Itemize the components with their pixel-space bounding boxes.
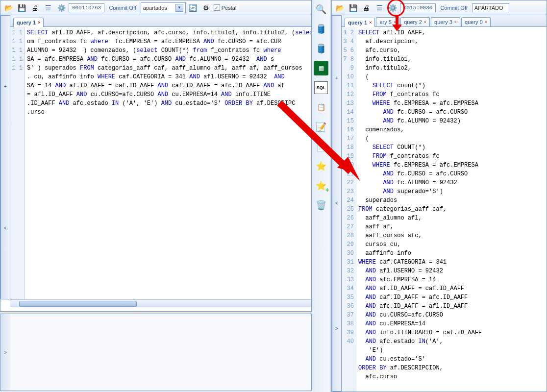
tab-label: query 1	[17, 20, 36, 25]
code-line: afc.curso	[358, 372, 546, 381]
right-editor[interactable]: 1 2 3 4 5 6 7 8 9 10 11 12 13 14 15 16 1…	[342, 27, 547, 392]
code-line: superados	[358, 196, 546, 205]
open-folder-icon[interactable]: 📂	[334, 2, 346, 14]
star-add-icon[interactable]: ⭐+	[314, 178, 328, 193]
dropdown-value: apartados	[143, 5, 167, 11]
left-output-panel: >	[0, 314, 312, 391]
plus-icon[interactable]: +	[1, 83, 9, 91]
code-line: AND superado='S')	[358, 187, 546, 196]
tab-label: query 3	[434, 19, 452, 25]
left-code-area[interactable]: SELECT afl.ID_AAFF, af.descripcion, afc.…	[26, 27, 311, 299]
open-folder-icon[interactable]: 📂	[2, 2, 14, 14]
code-line: aaff_cursos afc,	[358, 231, 546, 240]
tab-label: query 1	[348, 20, 367, 25]
code-line: WHERE caf.CATEGORIA = 341	[358, 258, 546, 267]
code-line: om f_contratos fc where fc.EMPRESA = afc…	[27, 37, 310, 46]
code-line: = afl.ID_AAFF AND cu.CURSO=afc.CURSO AND…	[27, 90, 310, 99]
left-sidebar-gutter: + <	[0, 15, 10, 299]
checkbox-icon[interactable]: ✓	[214, 4, 220, 11]
code-line: S' ) superados FROM categorias_aaff caf,…	[27, 64, 310, 73]
schema-dropdown[interactable]: apartados ▼	[141, 2, 186, 13]
save-icon[interactable]: 💾	[347, 2, 359, 14]
cursor-position: 0015:0030	[400, 3, 436, 12]
code-line: . cu, aaffinfo info WHERE caf.CATEGORIA …	[27, 73, 310, 81]
tab-ery-5[interactable]: ery 5×	[376, 17, 399, 26]
code-line: aaff_alumno afl,	[358, 214, 546, 222]
edit-doc-icon[interactable]: 📄	[314, 139, 328, 154]
left-gutter: 1 1 1 1 1 1 1 1 1 1	[10, 27, 25, 299]
code-line: ALUMNO = 92432 ) comenzados, (select COU…	[27, 46, 310, 55]
code-line: AND fc.CURSO = afc.CURSO	[358, 108, 546, 117]
plus-icon[interactable]: +	[333, 74, 341, 82]
note-icon[interactable]: 📝	[314, 120, 328, 134]
left-editor[interactable]: 1 1 1 1 1 1 1 1 1 1 SELECT afl.ID_AAFF, …	[10, 27, 311, 299]
refresh-icon[interactable]: 🔄	[187, 2, 199, 14]
format-sql-icon[interactable]: ☰	[373, 2, 385, 14]
tab-label: ery 5	[379, 19, 391, 25]
code-line: AND fc.ALUMNO = 92432	[358, 178, 546, 187]
close-icon[interactable]: ×	[38, 20, 40, 25]
expand-icon[interactable]: >	[333, 324, 341, 332]
db-down-icon[interactable]: 🛢️	[314, 41, 328, 56]
close-icon[interactable]: ×	[394, 20, 396, 24]
code-line: comenzados,	[358, 125, 546, 134]
schema-dropdown[interactable]: APARTADO	[472, 3, 509, 12]
code-line: AND afc.ID_AAFF = afl.ID_AAFF	[358, 302, 546, 311]
format-icon[interactable]: ☰	[42, 2, 54, 14]
commit-toggle[interactable]: Commit Off	[437, 4, 470, 12]
settings-icon[interactable]: ⚙	[200, 2, 212, 14]
print-icon[interactable]: 🖨	[29, 2, 41, 14]
commit-toggle[interactable]: Commit Off	[106, 4, 139, 12]
code-line: AND info.ITINERARIO = caf.ID_AAFF	[358, 328, 546, 337]
right-code-area[interactable]: SELECT afl.ID_AAFF, af.descripcion, afc.…	[357, 27, 547, 392]
code-line: SA = 14 AND af.ID_AAFF = caf.ID_AAFF AND…	[27, 81, 310, 90]
db-up-icon[interactable]: 🛢️	[314, 22, 328, 36]
save-icon[interactable]: 💾	[16, 2, 27, 14]
close-icon[interactable]: ×	[424, 20, 426, 24]
sql-icon[interactable]: SQL	[314, 80, 328, 95]
expand-icon[interactable]: >	[1, 348, 9, 356]
star-icon[interactable]: ⭐	[314, 159, 328, 173]
tab-label: query 2	[404, 19, 422, 25]
close-icon[interactable]: ×	[485, 20, 487, 24]
form-icon[interactable]: 📋	[314, 100, 328, 115]
print-icon[interactable]: 🖨	[360, 2, 372, 14]
code-line: AND af.ID_AAFF = caf.ID_AAFF	[358, 284, 546, 293]
code-line: SELECT COUNT(*)	[358, 143, 546, 152]
tab-query-3[interactable]: query 3×	[431, 17, 460, 26]
right-sidebar-gutter: + < >	[332, 15, 342, 392]
code-line: aaff af,	[358, 222, 546, 231]
tab-query-1[interactable]: query 1×	[345, 18, 375, 27]
tab-query-0[interactable]: query 0×	[461, 17, 491, 26]
close-icon[interactable]: ×	[454, 20, 457, 24]
gear-icon[interactable]: ⚙️	[55, 2, 67, 14]
tabs-checkbox-wrap[interactable]: ✓ Pestal	[214, 4, 237, 11]
collapse-icon[interactable]: <	[1, 224, 9, 232]
code-line: af.descripcion,	[358, 37, 546, 46]
tab-query-2[interactable]: query 2×	[400, 17, 430, 26]
trash-icon[interactable]: 🗑️	[314, 198, 328, 213]
code-line: AND fc.CURSO = afc.CURSO	[358, 170, 546, 178]
code-line: .urso	[27, 108, 310, 117]
chevron-down-icon[interactable]: ▼	[175, 4, 183, 12]
close-icon[interactable]: ×	[369, 20, 372, 25]
code-line: AND afc.EMPRESA = 14	[358, 275, 546, 284]
hscroll-thumb[interactable]	[19, 301, 137, 307]
code-line: FROM f_contratos fc	[358, 152, 546, 161]
code-line: afc.curso,	[358, 46, 546, 55]
grid-icon[interactable]: ▦	[314, 61, 328, 75]
code-line: FROM categorias_aaff caf,	[358, 205, 546, 214]
middle-tool-strip: 🔍 🛢️ 🛢️ ▦ SQL 📋 📝 📄 ⭐ ⭐+ 🗑️	[312, 0, 330, 392]
collapse-icon[interactable]: <	[333, 199, 341, 207]
code-line: 'E')	[358, 346, 546, 355]
right-pane: 📂 💾 🖨 ☰ ⚙️ 0015:0030 Commit Off APARTADO…	[331, 0, 547, 392]
code-line: info.titulo2,	[358, 64, 546, 73]
right-toolbar: 📂 💾 🖨 ☰ ⚙️ 0015:0030 Commit Off APARTADO	[332, 0, 547, 15]
left-hscroll[interactable]	[10, 299, 311, 307]
tab-query-1[interactable]: query 1×	[13, 18, 44, 27]
gear-icon[interactable]: ⚙️	[387, 2, 398, 14]
code-line: ORDER BY af.DESCRIPCION,	[358, 364, 546, 372]
magnifier-icon[interactable]: 🔍	[314, 2, 328, 17]
code-line: AND cu.estado='S'	[358, 355, 546, 364]
right-tabbar: query 1×ery 5×query 2×query 3×query 0×	[342, 15, 547, 27]
